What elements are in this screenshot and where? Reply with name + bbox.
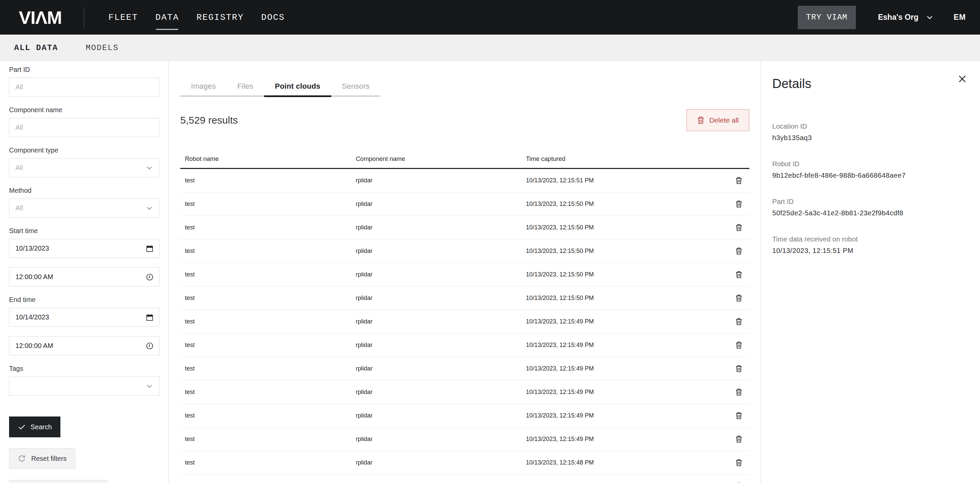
table-body: test rplidar 10/13/2023, 12:15:51 PM <box>180 169 749 483</box>
delete-row-button[interactable] <box>732 456 745 470</box>
start-date-input[interactable]: 10/13/2023 <box>9 239 159 258</box>
cell-robot-name: test <box>185 224 356 231</box>
part-id-label: Part ID <box>9 66 159 73</box>
cell-robot-name: test <box>185 201 356 207</box>
delete-all-label: Delete all <box>709 116 739 124</box>
trash-icon <box>735 247 742 255</box>
delete-row-button[interactable] <box>732 268 745 282</box>
trash-icon <box>735 341 742 349</box>
delete-row-button[interactable] <box>732 339 745 352</box>
nav-link-docs[interactable]: DOCS <box>261 10 285 25</box>
part-id-input[interactable] <box>9 78 159 97</box>
cell-component-name: rplidar <box>356 177 526 184</box>
viam-logo[interactable]: VIΛM <box>19 8 62 27</box>
reset-filters-button[interactable]: Reset filters <box>9 448 75 469</box>
delete-all-button[interactable]: Delete all <box>686 109 749 131</box>
table-row[interactable]: test rplidar 10/13/2023, 12:15:50 PM <box>180 239 749 263</box>
table-row[interactable]: test rplidar 10/13/2023, 12:15:50 PM <box>180 263 749 287</box>
cell-time-captured: 10/13/2023, 12:15:49 PM <box>526 436 728 443</box>
table-row[interactable]: test rplidar 10/13/2023, 12:15:50 PM <box>180 216 749 239</box>
trash-icon <box>735 177 742 184</box>
end-time-input[interactable]: 12:00:00 AM <box>9 336 159 355</box>
table-row[interactable]: test rplidar 10/13/2023, 12:15:49 PM <box>180 357 749 381</box>
table-row[interactable]: test rplidar 10/13/2023, 12:15:49 PM <box>180 427 749 451</box>
data-subnav: ALL DATA MODELS <box>0 35 980 61</box>
table-row[interactable]: test rplidar 10/13/2023, 12:15:50 PM <box>180 287 749 310</box>
nav-link-data[interactable]: DATA <box>155 10 179 25</box>
cell-component-name: rplidar <box>356 247 526 255</box>
tab-images[interactable]: Images <box>180 77 226 96</box>
cell-time-captured: 10/13/2023, 12:15:49 PM <box>526 318 728 325</box>
table-row[interactable]: test rplidar 10/13/2023, 12:15:48 PM <box>180 451 749 475</box>
cell-component-name: rplidar <box>356 271 526 278</box>
delete-row-button[interactable] <box>732 198 745 211</box>
trash-icon <box>735 388 742 396</box>
table-row[interactable]: test rplidar 10/13/2023, 12:15:49 PM <box>180 404 749 427</box>
table-row[interactable]: test rplidar 10/13/2023, 12:15:49 PM <box>180 333 749 357</box>
calendar-icon <box>146 244 154 253</box>
nav-link-registry[interactable]: REGISTRY <box>196 10 243 25</box>
component-type-select[interactable]: All <box>9 158 159 177</box>
user-avatar-initials[interactable]: EM <box>954 13 966 22</box>
close-icon <box>957 73 967 84</box>
try-viam-button[interactable]: TRY VIAM <box>798 6 856 29</box>
component-name-label: Component name <box>9 106 159 114</box>
end-date-value: 10/14/2023 <box>16 313 49 321</box>
tags-select[interactable] <box>9 376 159 396</box>
start-time-input[interactable]: 12:00:00 AM <box>9 267 159 287</box>
search-button[interactable]: Search <box>9 416 60 437</box>
cell-time-captured: 10/13/2023, 12:15:50 PM <box>526 295 728 301</box>
column-robot-name: Robot name <box>185 155 356 163</box>
tab-sensors[interactable]: Sensors <box>331 77 380 96</box>
data-main-panel: Images Files Point clouds Sensors 5,529 … <box>169 61 760 483</box>
delete-row-button[interactable] <box>732 362 745 376</box>
delete-row-button[interactable] <box>732 292 745 305</box>
detail-field-time-received: Time data received on robot 10/13/2023, … <box>772 235 967 255</box>
table-row[interactable]: test rplidar 10/13/2023, 12:15:50 PM <box>180 193 749 216</box>
detail-value: 10/13/2023, 12:15:51 PM <box>772 247 967 255</box>
method-value: All <box>16 204 23 212</box>
org-menu[interactable]: Esha's Org <box>878 13 934 22</box>
filter-sidebar: Part ID Component name Component type Al… <box>0 61 169 483</box>
delete-row-button[interactable] <box>732 174 745 187</box>
tab-point-clouds[interactable]: Point clouds <box>264 77 331 96</box>
search-button-label: Search <box>30 423 52 431</box>
details-title: Details <box>772 76 967 91</box>
cell-component-name: rplidar <box>356 295 526 301</box>
clock-icon <box>146 273 154 281</box>
copy-export-command-button[interactable]: Copy export command <box>9 480 107 483</box>
delete-row-button[interactable] <box>732 480 745 483</box>
top-nav: VIΛM FLEET DATA REGISTRY DOCS TRY VIAM E… <box>0 0 980 35</box>
table-row[interactable]: test rplidar 10/13/2023, 12:15:51 PM <box>180 169 749 193</box>
end-date-input[interactable]: 10/14/2023 <box>9 308 159 327</box>
reset-filters-label: Reset filters <box>31 455 67 462</box>
delete-row-button[interactable] <box>732 386 745 399</box>
table-row[interactable]: test rplidar 10/13/2023, 12:15:49 PM <box>180 381 749 404</box>
start-time-label: Start time <box>9 227 159 235</box>
delete-row-button[interactable] <box>732 315 745 328</box>
chevron-down-icon <box>145 204 154 213</box>
cell-time-captured: 10/13/2023, 12:15:49 PM <box>526 412 728 419</box>
table-row[interactable]: test rplidar 10/13/2023, 12:15:49 PM <box>180 310 749 333</box>
tab-all-data[interactable]: ALL DATA <box>14 43 58 53</box>
trash-icon <box>735 294 742 302</box>
tab-models[interactable]: MODELS <box>86 43 118 53</box>
detail-label: Location ID <box>772 122 967 130</box>
tab-files[interactable]: Files <box>226 77 264 96</box>
refresh-icon <box>18 454 26 463</box>
method-select[interactable]: All <box>9 199 159 218</box>
nav-link-fleet[interactable]: FLEET <box>108 10 138 25</box>
trash-icon <box>735 412 742 419</box>
delete-row-button[interactable] <box>732 244 745 258</box>
delete-row-button[interactable] <box>732 409 745 422</box>
component-name-input[interactable] <box>9 118 159 137</box>
results-count: 5,529 results <box>180 115 238 126</box>
delete-row-button[interactable] <box>732 221 745 234</box>
cell-time-captured: 10/13/2023, 12:15:49 PM <box>526 365 728 372</box>
table-row[interactable]: test rplidar 10/13/2023, 12:15:48 PM <box>180 475 749 483</box>
cell-component-name: rplidar <box>356 365 526 372</box>
close-details-button[interactable] <box>956 73 969 85</box>
delete-row-button[interactable] <box>732 433 745 446</box>
cell-robot-name: test <box>185 271 356 278</box>
clock-icon <box>146 342 154 350</box>
